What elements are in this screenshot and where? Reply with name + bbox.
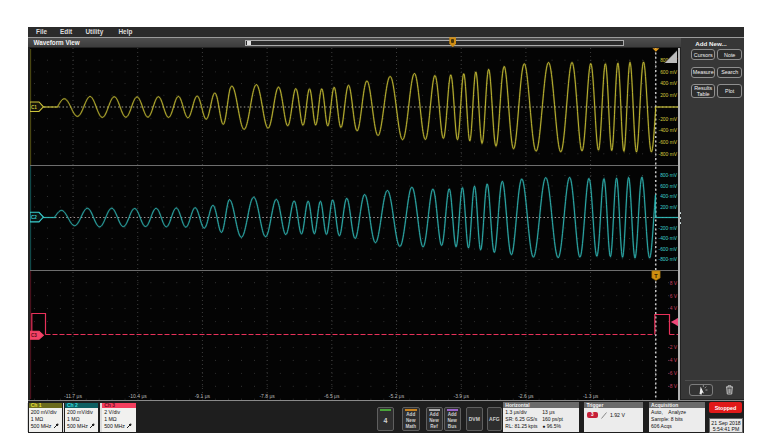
svg-text:-8 V: -8 V: [668, 384, 678, 389]
svg-text:8 V: 8 V: [670, 280, 678, 285]
svg-text:-10.4 μs: -10.4 μs: [129, 392, 148, 398]
svg-text:6 V: 6 V: [670, 293, 678, 298]
svg-text:-9.1 μs: -9.1 μs: [195, 392, 211, 398]
svg-text:4 V: 4 V: [670, 306, 678, 311]
svg-text:-600 mV: -600 mV: [659, 139, 678, 144]
svg-text:-1.3 μs: -1.3 μs: [583, 392, 599, 398]
svg-text:-800 mV: -800 mV: [659, 151, 678, 156]
svg-text:400 mV: 400 mV: [660, 194, 678, 199]
svg-text:800 mV: 800 mV: [660, 173, 678, 178]
svg-text:C1: C1: [31, 104, 37, 109]
svg-text:600 mV: 600 mV: [660, 69, 678, 74]
svg-text:-4 V: -4 V: [668, 358, 678, 363]
svg-text:-7.8 μs: -7.8 μs: [259, 392, 275, 398]
svg-text:600 mV: 600 mV: [660, 183, 678, 188]
svg-text:-200 mV: -200 mV: [659, 225, 678, 230]
svg-text:-600 mV: -600 mV: [659, 246, 678, 251]
svg-text:-200 mV: -200 mV: [659, 116, 678, 121]
svg-text:-400 mV: -400 mV: [659, 236, 678, 241]
svg-text:C3: C3: [31, 333, 37, 338]
svg-text:-400 mV: -400 mV: [659, 128, 678, 133]
svg-text:200 mV: 200 mV: [660, 204, 678, 209]
svg-text:C2: C2: [31, 215, 37, 220]
svg-text:200 mV: 200 mV: [660, 93, 678, 98]
svg-text:-6.5 μs: -6.5 μs: [324, 392, 340, 398]
svg-text:-3.9 μs: -3.9 μs: [454, 392, 470, 398]
svg-text:400 mV: 400 mV: [660, 81, 678, 86]
svg-text:-2 V: -2 V: [668, 345, 678, 350]
svg-text:-800 mV: -800 mV: [659, 257, 678, 262]
svg-text:-2.6 μs: -2.6 μs: [518, 392, 534, 398]
svg-text:-5.2 μs: -5.2 μs: [389, 392, 405, 398]
svg-text:-11.7 μs: -11.7 μs: [64, 392, 82, 398]
svg-text:-6 V: -6 V: [668, 371, 678, 376]
